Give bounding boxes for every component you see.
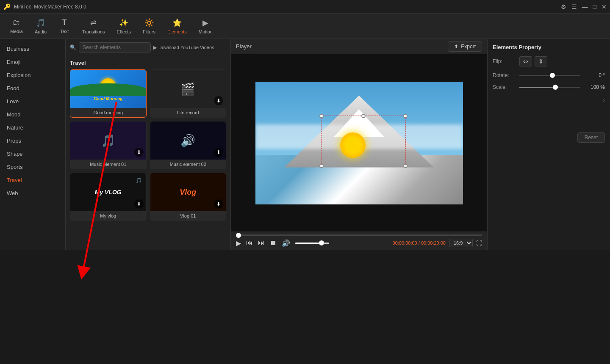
maximize-button[interactable]: □ bbox=[593, 3, 596, 10]
toolbar-elements[interactable]: ⭐ Elements bbox=[162, 17, 192, 36]
elements-label: Elements bbox=[167, 29, 187, 34]
element-card-music-02[interactable]: 🔊 ⬇ Music element 02 bbox=[150, 121, 227, 169]
flip-row: Flip: ⇔ ⇕ bbox=[493, 56, 605, 66]
audio-label: Audio bbox=[35, 29, 47, 34]
skip-forward-button[interactable]: ⏭ bbox=[258, 239, 265, 247]
scale-thumb[interactable] bbox=[553, 85, 558, 90]
filters-icon: 🔆 bbox=[144, 18, 154, 28]
rotate-thumb[interactable] bbox=[550, 73, 555, 78]
media-icon: 🗂 bbox=[13, 18, 20, 27]
handle-top-right[interactable] bbox=[403, 114, 408, 118]
hamburger-icon[interactable]: ☰ bbox=[571, 3, 577, 10]
elements-grid: Good Morning Good morning 🎬 ⬇ Life recor… bbox=[66, 69, 230, 225]
scale-slider[interactable] bbox=[519, 87, 580, 88]
volume-filled bbox=[295, 243, 319, 244]
volume-button[interactable]: 🔊 bbox=[282, 239, 290, 247]
toolbar-media[interactable]: 🗂 Media bbox=[5, 17, 28, 36]
export-label: Export bbox=[461, 44, 476, 50]
prop-chevron[interactable]: › bbox=[603, 96, 605, 103]
element-card-vlog-01[interactable]: Vlog ⬇ Vlog 01 bbox=[150, 173, 227, 221]
transitions-label: Transitions bbox=[82, 29, 105, 34]
element-card-my-vlog[interactable]: My VLOG 🎵 ⬇ My vlog bbox=[70, 173, 147, 221]
play-button[interactable]: ▶ bbox=[236, 239, 241, 247]
download-youtube-button[interactable]: ▶ Download YouTube Videos bbox=[153, 45, 214, 50]
handle-bottom-left[interactable] bbox=[319, 164, 324, 168]
sidebar-item-food[interactable]: Food bbox=[0, 82, 65, 95]
toolbar: 🗂 Media 🎵 Audio T Text ⇌ Transitions ✨ E… bbox=[0, 14, 610, 39]
mountain-scene bbox=[255, 82, 463, 204]
skip-back-button[interactable]: ⏮ bbox=[246, 239, 253, 247]
toolbar-transitions[interactable]: ⇌ Transitions bbox=[77, 17, 110, 36]
toolbar-filters[interactable]: 🔆 Filters bbox=[138, 17, 161, 36]
element-card-good-morning[interactable]: Good Morning Good morning bbox=[70, 69, 147, 118]
player-title: Player bbox=[236, 43, 252, 50]
settings-icon[interactable]: ⚙ bbox=[561, 3, 566, 10]
toolbar-motion[interactable]: ▶ Motion bbox=[194, 17, 218, 36]
element-thumb-life-record: 🎬 ⬇ bbox=[150, 70, 226, 108]
sidebar-item-shape[interactable]: Shape bbox=[0, 147, 65, 160]
sidebar-item-travel[interactable]: Travel bbox=[0, 174, 65, 187]
scale-row: Scale: 100 % bbox=[493, 84, 605, 90]
rotate-slider[interactable] bbox=[519, 75, 580, 76]
sidebar-item-love[interactable]: Love bbox=[0, 95, 65, 108]
export-button[interactable]: ⬆ Export bbox=[448, 41, 482, 52]
rotate-label: Rotate: bbox=[493, 72, 516, 78]
element-label-music-01: Music element 01 bbox=[70, 160, 146, 169]
clapper-icon: 🎬 bbox=[180, 82, 195, 96]
sidebar-item-mood[interactable]: Mood bbox=[0, 108, 65, 121]
player-canvas bbox=[231, 54, 487, 232]
search-input[interactable] bbox=[79, 42, 151, 52]
volume-slider[interactable] bbox=[295, 243, 329, 244]
app-title: MiniTool MovieMaker Free 8.0.0 bbox=[14, 4, 86, 10]
sidebar-item-emoji[interactable]: Emoji bbox=[0, 55, 65, 69]
element-label-life-record: Life record bbox=[150, 108, 226, 117]
progress-bar[interactable] bbox=[236, 234, 482, 236]
my-vlog-text-decoration: My VLOG bbox=[95, 189, 122, 196]
minimize-button[interactable]: — bbox=[582, 3, 588, 10]
sidebar-item-sports[interactable]: Sports bbox=[0, 160, 65, 174]
download-vlog-01-button[interactable]: ⬇ bbox=[214, 199, 223, 209]
sidebar-item-nature[interactable]: Nature bbox=[0, 121, 65, 134]
flip-controls: ⇔ ⇕ bbox=[519, 56, 547, 66]
progress-thumb[interactable] bbox=[236, 233, 241, 238]
toolbar-effects[interactable]: ✨ Effects bbox=[112, 17, 136, 36]
aspect-ratio-select[interactable]: 16:9 9:16 1:1 bbox=[449, 239, 473, 247]
sidebar-item-web[interactable]: Web bbox=[0, 187, 65, 200]
scale-value: 100 % bbox=[584, 84, 605, 90]
download-life-record-button[interactable]: ⬇ bbox=[214, 96, 223, 105]
element-label-good-morning: Good morning bbox=[70, 108, 146, 117]
stop-button[interactable]: ⏹ bbox=[270, 239, 277, 247]
close-button[interactable]: ✕ bbox=[602, 3, 607, 10]
controls-right: 00:00:00:00 / 00:00:20:00 16:9 9:16 1:1 … bbox=[393, 239, 482, 247]
download-music-01-button[interactable]: ⬇ bbox=[134, 148, 144, 157]
sidebar-item-business[interactable]: Business bbox=[0, 42, 65, 55]
download-music-02-button[interactable]: ⬇ bbox=[214, 148, 223, 157]
toolbar-text[interactable]: T Text bbox=[53, 17, 75, 36]
vlog-text-decoration: Vlog bbox=[180, 188, 196, 197]
element-thumb-music-01: 🎵 ⬇ bbox=[70, 121, 146, 160]
rotate-row: Rotate: 0 ° bbox=[493, 72, 605, 78]
sidebar-item-props[interactable]: Props bbox=[0, 134, 65, 147]
sidebar-item-explosion[interactable]: Explosion bbox=[0, 69, 65, 82]
properties-panel: Elements Property Flip: ⇔ ⇕ Rotate: 0 ° … bbox=[487, 39, 610, 250]
toolbar-audio[interactable]: 🎵 Audio bbox=[30, 17, 52, 36]
handle-top-middle[interactable] bbox=[361, 114, 366, 118]
handle-top-left[interactable] bbox=[319, 114, 324, 118]
elements-section-title: Travel bbox=[66, 56, 230, 69]
element-card-life-record[interactable]: 🎬 ⬇ Life record bbox=[150, 69, 227, 118]
element-card-music-01[interactable]: 🎵 ⬇ Music element 01 bbox=[70, 121, 147, 169]
fullscreen-button[interactable]: ⛶ bbox=[476, 240, 482, 246]
search-icon: 🔍 bbox=[70, 44, 76, 50]
flip-vertical-button[interactable]: ⇕ bbox=[535, 56, 547, 66]
player-controls: ▶ ⏮ ⏭ ⏹ 🔊 00:00:00:00 / 00:00:20:00 bbox=[231, 232, 487, 250]
element-thumb-good-morning: Good Morning bbox=[70, 70, 146, 108]
scale-label: Scale: bbox=[493, 84, 516, 90]
flip-horizontal-button[interactable]: ⇔ bbox=[519, 56, 532, 66]
handle-bottom-right[interactable] bbox=[403, 164, 408, 168]
volume-thumb[interactable] bbox=[319, 240, 324, 245]
reset-button[interactable]: Reset bbox=[577, 132, 605, 143]
effects-icon: ✨ bbox=[119, 18, 128, 28]
download-my-vlog-button[interactable]: ⬇ bbox=[134, 199, 144, 209]
controls-row: ▶ ⏮ ⏭ ⏹ 🔊 00:00:00:00 / 00:00:20:00 bbox=[236, 239, 482, 247]
player-video-preview bbox=[255, 82, 463, 204]
